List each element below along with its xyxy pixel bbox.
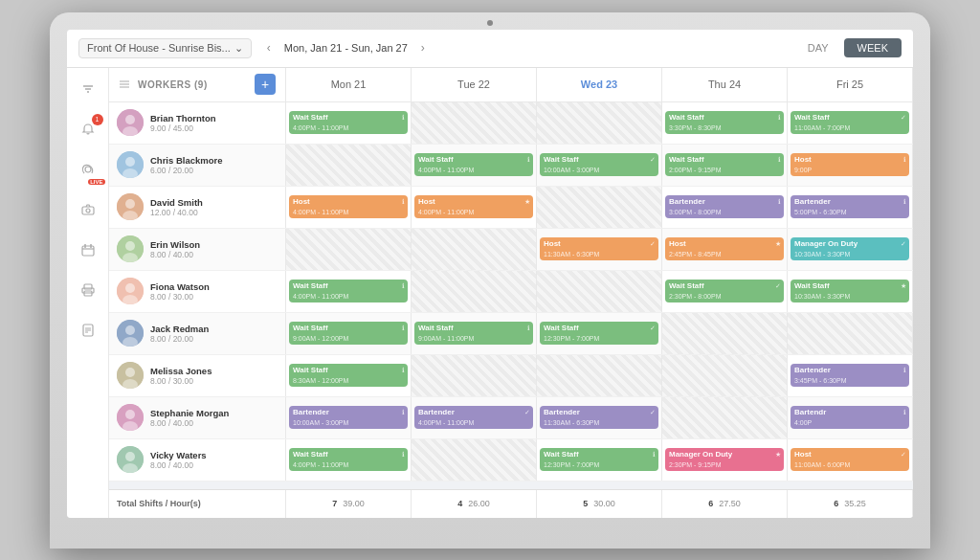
chevron-icon: ⌄ — [234, 42, 243, 55]
day-cell: Wait Staff 4:00PM - 11:00PM ℹ — [286, 439, 412, 481]
day-cell — [286, 229, 412, 270]
shift-status-icon: ★ — [524, 197, 530, 206]
day-cell — [662, 397, 788, 438]
shift-block[interactable]: Wait Staff 2:00PM - 9:15PM ℹ — [665, 153, 784, 175]
svg-point-5 — [86, 209, 90, 213]
shift-block[interactable]: Bartender 5:00PM - 6:30PM ℹ — [791, 195, 909, 217]
shift-block[interactable]: Host 11:00AM - 6:00PM ✓ — [791, 448, 909, 470]
day-cell: Wait Staff 10:00AM - 3:00PM ✓ — [537, 145, 662, 186]
worker-info: Chris Blackmore 6.00 / 20.00 — [109, 145, 286, 186]
day-cells: Wait Staff 4:00PM - 11:00PM ℹ Wait Staff… — [286, 102, 913, 144]
document-icon[interactable] — [75, 317, 101, 344]
worker-hours: 8.00 / 40.00 — [150, 418, 278, 428]
location-text: Front Of House - Sunrise Bis... — [87, 42, 231, 54]
main-content: 1 LIVE — [67, 68, 913, 518]
worker-name: Brian Thornton — [150, 113, 278, 123]
shift-info-icon: ℹ — [778, 155, 781, 164]
shift-block[interactable]: Wait Staff 4:00PM - 11:00PM ℹ — [414, 153, 533, 175]
worker-name: Chris Blackmore — [150, 155, 278, 166]
day-headers: Mon 21 Tue 22 Wed 23 Thu 24 Fri 25 — [286, 68, 913, 101]
print-icon[interactable] — [75, 277, 101, 303]
day-cell — [662, 355, 788, 396]
shift-block[interactable]: Bartender 3:00PM - 8:00PM ℹ — [665, 195, 784, 217]
worker-name: Melissa Jones — [150, 366, 278, 376]
table-row: Erin Wilson 8.00 / 40.00 Host 11:30AM - … — [109, 229, 913, 271]
shift-block[interactable]: Wait Staff 12:30PM - 7:00PM ✓ — [540, 322, 658, 344]
shift-block[interactable]: Bartendr 4:00P ℹ — [791, 406, 909, 428]
day-header-wed: Wed 23 — [537, 68, 662, 101]
day-cells: Wait Staff 4:00PM - 11:00PM ℹ Wait Staff… — [286, 271, 913, 312]
add-worker-button[interactable]: + — [255, 74, 276, 95]
shift-block[interactable]: Wait Staff 2:30PM - 8:00PM ✓ — [665, 280, 784, 302]
day-cell: Wait Staff 4:00PM - 11:00PM ℹ — [286, 102, 412, 144]
shift-info-icon: ℹ — [402, 113, 405, 122]
day-cell: Host 9:00P ℹ — [788, 145, 913, 186]
shift-status-icon: ✓ — [901, 450, 906, 459]
view-tabs: DAY WEEK — [794, 38, 902, 57]
day-cells: Host 11:30AM - 6:30PM ✓ Host 2:45PM - 8:… — [286, 229, 913, 270]
location-select[interactable]: Front Of House - Sunrise Bis... ⌄ — [78, 38, 252, 58]
shift-block[interactable]: Bartender 10:00AM - 3:00PM ℹ — [289, 406, 408, 428]
shift-status-icon: ✓ — [901, 113, 906, 122]
filter-icon[interactable] — [75, 76, 101, 102]
shift-block[interactable]: Wait Staff 4:00PM - 11:00PM ℹ — [289, 111, 408, 133]
shift-block[interactable]: Wait Staff 3:30PM - 8:30PM ℹ — [665, 111, 784, 133]
shift-block[interactable]: Bartender 11:30AM - 6:30PM ✓ — [540, 406, 658, 428]
notification-badge: 1 — [92, 114, 103, 125]
day-cell — [286, 145, 412, 186]
tab-week[interactable]: WEEK — [844, 38, 902, 57]
shift-status-icon: ★ — [901, 281, 906, 290]
shift-info-icon: ℹ — [778, 113, 781, 122]
day-cell — [537, 187, 662, 228]
shift-block[interactable]: Wait Staff 9:00AM - 11:00PM ℹ — [414, 322, 533, 344]
day-cell: Wait Staff 10:30AM - 3:30PM ★ — [788, 271, 913, 312]
shift-block[interactable]: Wait Staff 10:30AM - 3:30PM ★ — [791, 280, 909, 302]
shift-block[interactable]: Host 11:30AM - 6:30PM ✓ — [540, 237, 658, 259]
shift-block[interactable]: Bartender 3:45PM - 6:30PM ℹ — [791, 364, 909, 386]
svg-rect-6 — [82, 246, 94, 256]
shift-block[interactable]: Host 4:00PM - 11:00PM ℹ — [289, 195, 408, 217]
shift-block[interactable]: Wait Staff 4:00PM - 11:00PM ℹ — [289, 280, 408, 302]
svg-point-38 — [125, 368, 135, 377]
shift-status-icon: ✓ — [524, 408, 530, 416]
day-cell: Wait Staff 2:00PM - 9:15PM ℹ — [662, 145, 788, 186]
shift-block[interactable]: Manager On Duty 2:30PM - 9:15PM ★ — [665, 448, 784, 470]
worker-name: Fiona Watson — [150, 281, 278, 292]
shift-block[interactable]: Host 2:45PM - 8:45PM ★ — [665, 237, 784, 259]
shift-block[interactable]: Wait Staff 11:00AM - 7:00PM ✓ — [791, 111, 909, 133]
list-view-icon — [119, 78, 130, 90]
svg-point-44 — [125, 452, 135, 461]
worker-hours: 8.00 / 40.00 — [150, 460, 278, 470]
camera-icon[interactable] — [75, 196, 101, 223]
shift-block[interactable]: Manager On Duty 10:30AM - 3:30PM ✓ — [791, 237, 909, 259]
avatar — [117, 278, 144, 304]
day-cell: Bartender 11:30AM - 6:30PM ✓ — [537, 397, 662, 438]
shift-block[interactable]: Host 4:00PM - 11:00PM ★ — [414, 195, 533, 217]
shift-block[interactable]: Wait Staff 12:30PM - 7:00PM ℹ — [540, 448, 658, 470]
shift-info-icon: ℹ — [402, 450, 405, 459]
notification-icon[interactable]: 1 — [75, 116, 101, 143]
calendar-icon[interactable] — [75, 236, 101, 263]
worker-hours: 6.00 / 20.00 — [150, 166, 278, 175]
table-row: Brian Thornton 9.00 / 45.00 Wait Staff 4… — [109, 102, 913, 145]
footer-tue: 4 26.00 — [412, 490, 537, 518]
shift-block[interactable]: Wait Staff 10:00AM - 3:00PM ✓ — [540, 153, 658, 175]
shift-block[interactable]: Host 9:00P ℹ — [791, 153, 909, 175]
day-cell: Manager On Duty 10:30AM - 3:30PM ✓ — [788, 229, 913, 270]
top-bar: Front Of House - Sunrise Bis... ⌄ ‹ Mon,… — [67, 30, 913, 68]
shift-block[interactable]: Wait Staff 8:30AM - 12:00PM ℹ — [289, 364, 408, 386]
tab-day[interactable]: DAY — [794, 38, 842, 57]
worker-info: Vicky Waters 8.00 / 40.00 — [109, 439, 286, 481]
shift-block[interactable]: Bartender 4:00PM - 11:00PM ✓ — [414, 406, 533, 428]
table-row: David Smith 12.00 / 40.00 Host 4:00PM - … — [109, 187, 913, 229]
prev-week-button[interactable]: ‹ — [259, 38, 278, 57]
day-header-mon: Mon 21 — [286, 68, 412, 101]
avatar — [117, 109, 144, 136]
next-week-button[interactable]: › — [413, 38, 433, 57]
shift-block[interactable]: Wait Staff 4:00PM - 11:00PM ℹ — [289, 448, 408, 470]
worker-hours: 9.00 / 45.00 — [150, 123, 278, 133]
shift-block[interactable]: Wait Staff 9:00AM - 12:00PM ℹ — [289, 322, 408, 344]
svg-point-32 — [125, 283, 135, 293]
svg-point-26 — [125, 199, 135, 209]
live-icon[interactable]: LIVE — [75, 156, 101, 183]
